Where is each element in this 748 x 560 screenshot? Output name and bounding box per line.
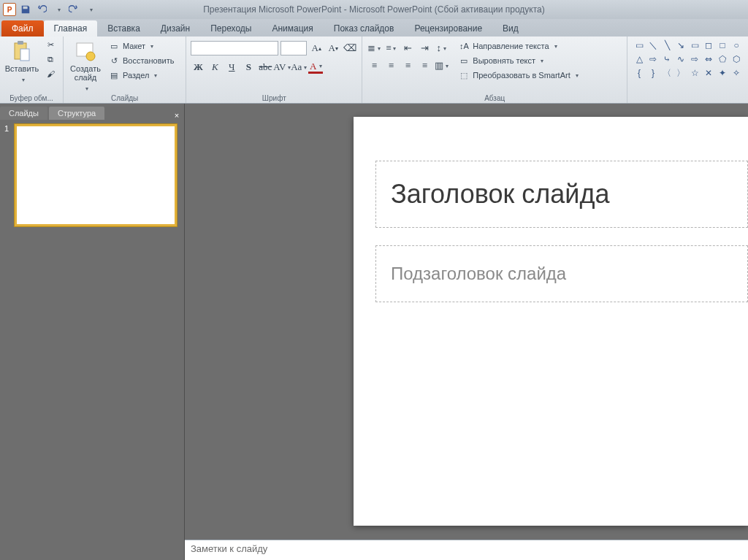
- shadow-button[interactable]: S: [241, 60, 256, 74]
- align-left-button[interactable]: ≡: [367, 58, 381, 73]
- increase-indent-button[interactable]: ⇥: [417, 41, 432, 55]
- reset-icon: ↺: [108, 55, 120, 66]
- font-name-select[interactable]: [191, 41, 278, 55]
- tab-file[interactable]: Файл: [1, 20, 44, 37]
- group-slides: Создать слайд ▭ Макет ↺ Восстановить ▤ Р…: [64, 37, 186, 103]
- text-direction-button[interactable]: ↕A Направление текста: [456, 39, 580, 53]
- tab-animation[interactable]: Анимация: [262, 20, 323, 37]
- shape-star5-icon[interactable]: ✧: [730, 67, 742, 79]
- tab-outline[interactable]: Структура: [49, 107, 104, 120]
- eraser-icon: ⌫: [343, 42, 356, 54]
- undo-dropdown-icon[interactable]: [51, 3, 64, 16]
- convert-smartart-button[interactable]: ⬚ Преобразовать в SmartArt: [456, 69, 580, 82]
- tab-view[interactable]: Вид: [492, 20, 529, 37]
- underline-button[interactable]: Ч: [224, 60, 239, 74]
- ribbon: Вставить ✂ ⧉ 🖌 Буфер обм... Создать слай…: [0, 37, 748, 104]
- section-button[interactable]: ▤ Раздел: [106, 69, 176, 82]
- shape-line2-icon[interactable]: ╲: [661, 39, 673, 51]
- group-font: A▴ A▾ ⌫ Ж К Ч S abc AV Aa A Шрифт: [186, 37, 362, 103]
- shape-pent-icon[interactable]: ⬠: [717, 53, 728, 65]
- group-clipboard-label: Буфер обм...: [4, 93, 58, 102]
- shape-hex-icon[interactable]: ⬡: [730, 53, 742, 65]
- shape-oval-icon[interactable]: ○: [730, 39, 742, 51]
- numbering-button[interactable]: ≡: [383, 41, 398, 55]
- shape-arrow-icon[interactable]: ⇨: [647, 53, 659, 65]
- layout-button[interactable]: ▭ Макет: [106, 39, 176, 53]
- tab-transitions[interactable]: Переходы: [200, 20, 262, 37]
- align-right-button[interactable]: ≡: [400, 58, 415, 73]
- shapes-palette[interactable]: ▭ ＼ ╲ ↘ ▭ ◻ □ ○ △ ⇨ ⤷ ∿ ⇨ ⇔ ⬠ ⬡ { } 〈 〉: [632, 38, 744, 80]
- format-painter-button[interactable]: 🖌: [42, 67, 58, 80]
- tab-design[interactable]: Дизайн: [150, 20, 200, 37]
- clear-format-button[interactable]: ⌫: [343, 41, 357, 55]
- tab-review[interactable]: Рецензирование: [404, 20, 492, 37]
- group-font-label: Шрифт: [191, 93, 357, 102]
- title-placeholder[interactable]: Заголовок слайда: [375, 161, 748, 228]
- cut-button[interactable]: ✂: [42, 38, 58, 51]
- shape-x-icon[interactable]: ✕: [703, 67, 714, 79]
- tab-slideshow[interactable]: Показ слайдов: [324, 20, 405, 37]
- bullets-button[interactable]: ≣: [367, 41, 381, 55]
- shape-textbox-icon[interactable]: ▭: [633, 39, 645, 51]
- shape-square-icon[interactable]: □: [717, 39, 728, 51]
- shape-connector-icon[interactable]: ↘: [675, 39, 687, 51]
- shape-arrowright-icon[interactable]: ⇨: [689, 53, 701, 65]
- shape-bracket2-icon[interactable]: 〉: [675, 67, 687, 79]
- shape-brace-icon[interactable]: {: [633, 67, 645, 79]
- shape-roundrect-icon[interactable]: ◻: [703, 39, 714, 51]
- undo-icon[interactable]: [35, 3, 48, 16]
- slide-thumbnail[interactable]: 1: [4, 124, 180, 226]
- increase-font-button[interactable]: A▴: [309, 41, 324, 55]
- tab-insert[interactable]: Вставка: [97, 20, 150, 37]
- columns-button[interactable]: ▥: [434, 58, 449, 73]
- qat-customize-icon[interactable]: [83, 3, 96, 16]
- save-icon[interactable]: [19, 3, 32, 16]
- redo-icon[interactable]: [67, 3, 80, 16]
- change-case-button[interactable]: Aa: [291, 60, 306, 74]
- shape-elbow-icon[interactable]: ⤷: [661, 53, 673, 65]
- align-center-button[interactable]: ≡: [383, 58, 398, 73]
- window-title: Презентация Microsoft PowerPoint - Micro…: [0, 4, 748, 15]
- paste-dropdown-icon[interactable]: [20, 74, 25, 83]
- tab-slides[interactable]: Слайды: [0, 107, 47, 120]
- font-color-button[interactable]: A: [308, 61, 323, 74]
- thumbnail-preview[interactable]: [15, 124, 177, 226]
- shape-doublearrow-icon[interactable]: ⇔: [703, 53, 714, 65]
- align-text-button[interactable]: ▭ Выровнять текст: [456, 54, 580, 67]
- subtitle-placeholder[interactable]: Подзаголовок слайда: [375, 245, 748, 302]
- decrease-font-button[interactable]: A▾: [326, 41, 340, 55]
- slide-canvas[interactable]: Заголовок слайда Подзаголовок слайда: [185, 104, 748, 540]
- close-pane-button[interactable]: ×: [169, 111, 184, 120]
- shape-curve-icon[interactable]: ∿: [675, 53, 687, 65]
- group-slides-label: Слайды: [68, 93, 181, 102]
- scissors-icon: ✂: [45, 39, 56, 50]
- decrease-indent-button[interactable]: ⇤: [400, 41, 415, 55]
- app-icon[interactable]: P: [3, 3, 16, 16]
- paste-button[interactable]: Вставить: [4, 38, 39, 83]
- paste-icon: [10, 39, 34, 63]
- shape-line-icon[interactable]: ＼: [647, 39, 659, 51]
- copy-button[interactable]: ⧉: [42, 53, 58, 66]
- group-clipboard: Вставить ✂ ⧉ 🖌 Буфер обм...: [0, 37, 64, 103]
- bold-button[interactable]: Ж: [191, 60, 205, 74]
- notes-pane[interactable]: Заметки к слайду: [185, 540, 748, 560]
- shape-triangle-icon[interactable]: △: [633, 53, 645, 65]
- strike-button[interactable]: abc: [258, 60, 272, 74]
- shape-brace2-icon[interactable]: }: [647, 67, 659, 79]
- font-size-select[interactable]: [280, 41, 307, 55]
- copy-icon: ⧉: [45, 53, 56, 65]
- italic-button[interactable]: К: [207, 60, 222, 74]
- reset-button[interactable]: ↺ Восстановить: [106, 54, 176, 67]
- shape-bracket-icon[interactable]: 〈: [661, 67, 673, 79]
- tab-home[interactable]: Главная: [44, 20, 98, 37]
- shape-rect-icon[interactable]: ▭: [689, 39, 701, 51]
- shape-star4-icon[interactable]: ✦: [717, 67, 728, 79]
- slide[interactable]: Заголовок слайда Подзаголовок слайда: [354, 117, 748, 526]
- justify-button[interactable]: ≡: [417, 58, 432, 73]
- subtitle-text: Подзаголовок слайда: [391, 264, 733, 284]
- char-spacing-button[interactable]: AV: [275, 60, 289, 74]
- line-spacing-button[interactable]: ↕: [434, 41, 449, 55]
- new-slide-button[interactable]: Создать слайд: [68, 38, 103, 92]
- new-slide-dropdown-icon[interactable]: [83, 83, 88, 92]
- shape-star-icon[interactable]: ☆: [689, 67, 701, 79]
